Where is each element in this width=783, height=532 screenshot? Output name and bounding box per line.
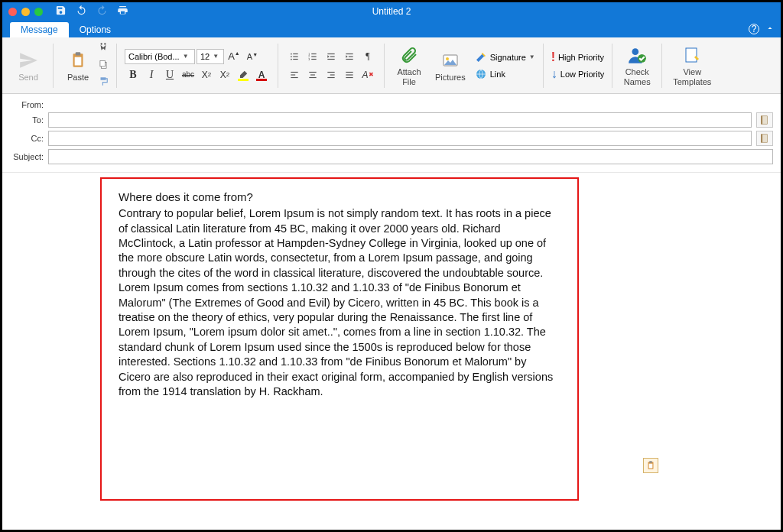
decrease-indent-button[interactable] bbox=[323, 49, 340, 64]
font-group: Calibri (Bod...▼ 12▼ A▲ A▼ B I U abc X2 … bbox=[125, 49, 270, 83]
redo-icon[interactable] bbox=[96, 5, 108, 18]
templates-icon bbox=[681, 44, 703, 66]
svg-rect-12 bbox=[311, 53, 316, 54]
subscript-button[interactable]: X2 bbox=[198, 67, 215, 83]
svg-rect-46 bbox=[649, 464, 653, 469]
cut-icon[interactable] bbox=[98, 41, 109, 54]
help-icon[interactable]: ? bbox=[749, 24, 759, 34]
align-right-button[interactable] bbox=[323, 67, 340, 83]
zoom-window-button[interactable] bbox=[34, 8, 43, 16]
align-left-button[interactable] bbox=[286, 67, 303, 83]
svg-rect-6 bbox=[293, 53, 297, 54]
close-window-button[interactable] bbox=[8, 8, 17, 16]
paste-button[interactable]: Paste bbox=[61, 48, 95, 83]
bold-button[interactable]: B bbox=[125, 67, 141, 83]
svg-rect-22 bbox=[346, 58, 353, 59]
paste-options-button[interactable] bbox=[643, 458, 658, 473]
svg-rect-30 bbox=[330, 74, 335, 75]
paragraph-group: 123 ¶ A✖ bbox=[286, 49, 376, 83]
font-color-button[interactable]: A bbox=[253, 67, 270, 83]
highlight-button[interactable] bbox=[235, 67, 252, 83]
to-address-book-button[interactable] bbox=[756, 112, 773, 128]
format-painter-icon[interactable] bbox=[98, 76, 109, 89]
check-names-button[interactable]: Check Names bbox=[620, 43, 654, 87]
font-size-combo[interactable]: 12▼ bbox=[197, 49, 224, 64]
paste-label: Paste bbox=[67, 73, 89, 82]
cc-address-book-button[interactable] bbox=[756, 131, 773, 146]
attach-file-button[interactable]: Attach File bbox=[392, 43, 426, 87]
body-heading: Where does it come from? bbox=[119, 190, 560, 205]
subject-field[interactable] bbox=[48, 149, 773, 164]
svg-rect-47 bbox=[649, 461, 652, 462]
copy-icon[interactable] bbox=[98, 59, 109, 72]
body-text[interactable]: Where does it come from? Contrary to pop… bbox=[119, 190, 560, 400]
clear-formatting-button[interactable]: A✖ bbox=[359, 67, 376, 83]
send-icon bbox=[18, 50, 39, 71]
undo-icon[interactable] bbox=[76, 5, 87, 18]
pictures-label: Pictures bbox=[435, 73, 466, 82]
low-priority-button[interactable]: ↓ Low Priority bbox=[551, 67, 604, 81]
signature-button[interactable]: Signature ▼ bbox=[475, 51, 535, 63]
svg-rect-31 bbox=[327, 76, 334, 77]
strikethrough-button[interactable]: abc bbox=[180, 67, 197, 83]
svg-rect-21 bbox=[349, 56, 353, 57]
high-priority-button[interactable]: ! High Priority bbox=[551, 50, 604, 64]
increase-indent-button[interactable] bbox=[341, 49, 358, 64]
quick-access-toolbar bbox=[55, 5, 128, 18]
minimize-window-button[interactable] bbox=[21, 8, 30, 16]
svg-rect-14 bbox=[311, 56, 316, 57]
low-priority-label: Low Priority bbox=[560, 70, 604, 79]
svg-rect-40 bbox=[686, 48, 697, 62]
send-button[interactable]: Send bbox=[11, 48, 45, 83]
clipboard-icon bbox=[67, 50, 89, 71]
link-button[interactable]: Link bbox=[475, 68, 535, 80]
svg-rect-28 bbox=[309, 76, 316, 77]
svg-rect-42 bbox=[761, 116, 762, 125]
highlight-box: Where does it come from? Contrary to pop… bbox=[100, 177, 579, 501]
collapse-ribbon-icon[interactable] bbox=[765, 24, 775, 35]
message-body-area[interactable]: Where does it come from? Contrary to pop… bbox=[2, 173, 781, 532]
svg-point-36 bbox=[446, 57, 449, 60]
svg-rect-19 bbox=[327, 58, 334, 59]
svg-rect-44 bbox=[761, 135, 762, 143]
svg-rect-10 bbox=[293, 58, 297, 59]
justify-button[interactable] bbox=[341, 67, 358, 83]
underline-button[interactable]: U bbox=[161, 67, 178, 83]
italic-button[interactable]: I bbox=[143, 67, 160, 83]
save-icon[interactable] bbox=[55, 5, 67, 18]
svg-rect-4 bbox=[100, 60, 105, 66]
addressing-area: From: To: Cc: Subject: bbox=[2, 94, 781, 173]
send-label: Send bbox=[18, 73, 38, 82]
font-name-value: Calibri (Bod... bbox=[128, 52, 180, 61]
paperclip-icon bbox=[398, 44, 420, 66]
tab-options[interactable]: Options bbox=[69, 22, 122, 37]
font-name-combo[interactable]: Calibri (Bod...▼ bbox=[125, 49, 195, 64]
superscript-button[interactable]: X2 bbox=[216, 67, 233, 83]
svg-rect-34 bbox=[346, 76, 353, 77]
cc-label: Cc: bbox=[10, 134, 44, 143]
pictures-button[interactable]: Pictures bbox=[432, 48, 469, 83]
ribbon-tabs: Message Options ? bbox=[2, 21, 781, 37]
view-templates-button[interactable]: View Templates bbox=[670, 43, 714, 87]
svg-rect-8 bbox=[293, 56, 297, 57]
number-list-button[interactable]: 123 bbox=[304, 49, 321, 64]
svg-rect-23 bbox=[291, 71, 297, 72]
svg-rect-24 bbox=[291, 74, 295, 75]
cc-field[interactable] bbox=[48, 131, 752, 146]
shrink-font-icon[interactable]: A▼ bbox=[244, 49, 261, 64]
svg-rect-20 bbox=[346, 53, 353, 54]
attach-file-label: Attach File bbox=[397, 67, 421, 86]
check-names-icon bbox=[626, 44, 648, 66]
tab-message[interactable]: Message bbox=[10, 22, 69, 37]
link-label: Link bbox=[490, 70, 505, 79]
show-marks-button[interactable]: ¶ bbox=[359, 49, 376, 64]
bullet-list-button[interactable] bbox=[286, 49, 303, 64]
align-center-button[interactable] bbox=[304, 67, 321, 83]
svg-rect-18 bbox=[330, 56, 335, 57]
grow-font-icon[interactable]: A▲ bbox=[226, 49, 242, 64]
window-controls bbox=[8, 8, 43, 16]
print-icon[interactable] bbox=[117, 5, 128, 18]
svg-point-38 bbox=[632, 49, 639, 56]
titlebar: Untitled 2 bbox=[2, 2, 781, 21]
to-field[interactable] bbox=[48, 112, 752, 128]
